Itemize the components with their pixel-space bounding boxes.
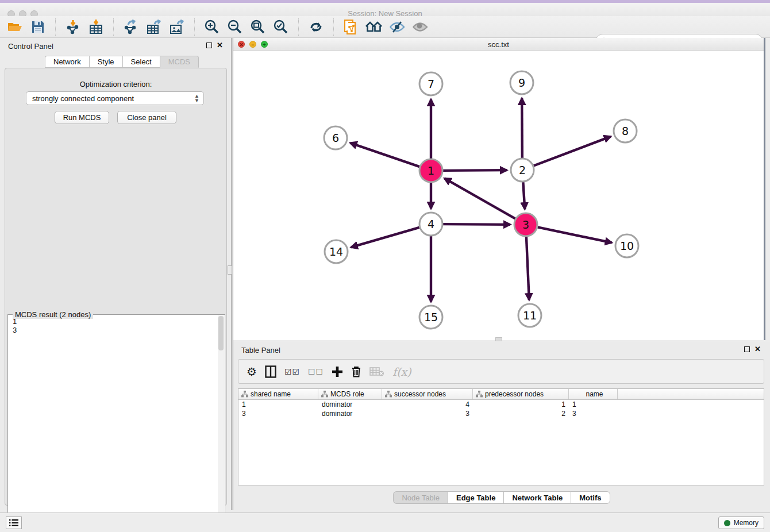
result-scrollbar[interactable]	[218, 315, 224, 530]
export-table-icon[interactable]	[144, 18, 164, 36]
export-network-icon[interactable]	[121, 18, 141, 36]
application-window: Session: New Session	[0, 0, 770, 532]
column-header-predecessor-nodes[interactable]: predecessor nodes	[473, 389, 569, 399]
select-all-icon[interactable]: ☑☑	[284, 363, 300, 380]
birds-eye-view-icon[interactable]	[410, 18, 430, 36]
edge-2-3[interactable]	[523, 182, 525, 209]
node-label-8: 8	[622, 125, 629, 137]
edge-2-9[interactable]	[522, 98, 522, 158]
cell-predecessor-nodes[interactable]: 2	[473, 409, 569, 418]
task-history-button[interactable]	[6, 516, 22, 529]
attribute-icon	[385, 391, 392, 398]
network-canvas[interactable]: 7968124314101511	[233, 51, 764, 340]
apply-layout-icon[interactable]	[306, 18, 326, 36]
add-column-icon[interactable]	[332, 363, 343, 380]
node-label-4: 4	[428, 218, 434, 230]
export-image-icon[interactable]	[167, 18, 187, 36]
home-icon[interactable]	[364, 18, 384, 36]
network-window-titlebar[interactable]: ✕ − + scc.txt	[233, 38, 764, 51]
main-toolbar	[0, 16, 770, 38]
settings-gear-icon[interactable]: ⚙	[247, 363, 257, 380]
edge-2-8[interactable]	[534, 137, 611, 166]
optimization-criterion-value: strongly connected component	[32, 94, 134, 103]
table-panel-title: Table Panel	[241, 346, 280, 354]
attribute-icon	[241, 391, 248, 398]
table-row[interactable]: 3 dominator 3 2 3	[238, 409, 764, 418]
result-scrollbar-thumb[interactable]	[218, 316, 224, 350]
table-row[interactable]: 1 dominator 4 1 1	[238, 400, 764, 409]
column-header-successor-nodes[interactable]: successor nodes	[382, 389, 473, 399]
tab-style[interactable]: Style	[89, 56, 122, 68]
toolbar-separator	[333, 18, 334, 36]
list-icon	[9, 519, 18, 527]
network-from-file-icon[interactable]	[341, 18, 361, 36]
network-view-window: ✕ − + scc.txt 7968124314101511	[233, 38, 765, 340]
node-label-14: 14	[329, 245, 343, 258]
horizontal-splitter-handle[interactable]	[495, 337, 502, 341]
zoom-in-icon[interactable]	[202, 18, 222, 36]
column-header-mcds-role[interactable]: MCDS role	[318, 389, 382, 399]
zoom-selected-icon[interactable]	[271, 18, 291, 36]
close-panel-icon[interactable]: ✕	[217, 43, 223, 48]
run-mcds-button[interactable]: Run MCDS	[55, 111, 109, 124]
import-table-icon[interactable]	[86, 18, 106, 36]
column-header-name[interactable]: name	[569, 389, 618, 399]
import-network-icon[interactable]	[63, 18, 83, 36]
table-tabs: Node Table Edge Table Network Table Moti…	[233, 491, 770, 504]
edge-3-1[interactable]	[444, 178, 515, 218]
node-label-10: 10	[620, 240, 634, 252]
zoom-out-icon[interactable]	[225, 18, 245, 36]
cell-predecessor-nodes[interactable]: 1	[473, 400, 569, 409]
tab-mcds[interactable]: MCDS	[160, 56, 199, 68]
edge-3-10[interactable]	[538, 227, 612, 242]
node-label-3: 3	[522, 218, 529, 231]
tab-node-table[interactable]: Node Table	[393, 491, 448, 504]
cell-successor-nodes[interactable]: 4	[382, 400, 473, 409]
cell-successor-nodes[interactable]: 3	[382, 409, 473, 418]
node-label-15: 15	[424, 311, 438, 323]
window-titlebar[interactable]: Session: New Session	[0, 3, 770, 16]
memory-status-icon	[724, 520, 730, 526]
node-label-9: 9	[518, 76, 525, 89]
attribute-icon	[476, 391, 483, 398]
hide-graphics-details-icon[interactable]	[387, 18, 407, 36]
cell-name[interactable]: 3	[569, 409, 618, 418]
columns-icon[interactable]	[265, 363, 276, 380]
table-panel: Table Panel ✕ ⚙ ☑☑ ☐☐ f(x)	[233, 342, 770, 510]
control-panel: Control Panel ✕ Network Style Select MCD…	[0, 38, 232, 510]
edge-1-6[interactable]	[351, 143, 420, 167]
cell-mcds-role[interactable]: dominator	[318, 400, 382, 409]
toolbar-separator	[194, 18, 195, 36]
tab-select[interactable]: Select	[122, 56, 160, 68]
cell-shared-name[interactable]: 1	[238, 400, 318, 409]
node-table: shared name MCDS role successor nodes pr…	[238, 388, 764, 485]
tab-edge-table[interactable]: Edge Table	[448, 491, 503, 504]
edge-3-11[interactable]	[526, 237, 529, 300]
edge-1-2[interactable]	[443, 170, 507, 171]
cell-name[interactable]: 1	[569, 400, 618, 409]
float-table-panel-icon[interactable]	[744, 346, 750, 352]
close-panel-button[interactable]: Close panel	[117, 111, 176, 124]
delete-column-icon[interactable]	[351, 363, 361, 380]
tab-network-table[interactable]: Network Table	[503, 491, 571, 504]
edge-4-14[interactable]	[351, 228, 419, 248]
save-session-icon[interactable]	[28, 18, 48, 36]
edge-4-3[interactable]	[443, 224, 510, 225]
tab-motifs[interactable]: Motifs	[571, 491, 610, 504]
network-window-title: scc.txt	[233, 40, 764, 49]
open-session-icon[interactable]	[5, 18, 25, 36]
optimization-criterion-select[interactable]: strongly connected component ▲▼	[26, 91, 204, 105]
memory-button[interactable]: Memory	[718, 516, 764, 529]
mcds-result-text[interactable]: 1 3	[9, 317, 216, 529]
table-header-row: shared name MCDS role successor nodes pr…	[238, 389, 764, 400]
memory-label: Memory	[734, 519, 759, 527]
float-panel-icon[interactable]	[206, 43, 212, 48]
tab-network[interactable]: Network	[45, 56, 89, 68]
close-table-panel-icon[interactable]: ✕	[754, 346, 761, 352]
cell-shared-name[interactable]: 3	[238, 409, 318, 418]
column-header-shared-name[interactable]: shared name	[238, 389, 318, 399]
cell-mcds-role[interactable]: dominator	[318, 409, 382, 418]
zoom-fit-icon[interactable]	[248, 18, 268, 36]
vertical-splitter-handle[interactable]	[228, 265, 232, 275]
deselect-all-icon[interactable]: ☐☐	[308, 363, 324, 380]
